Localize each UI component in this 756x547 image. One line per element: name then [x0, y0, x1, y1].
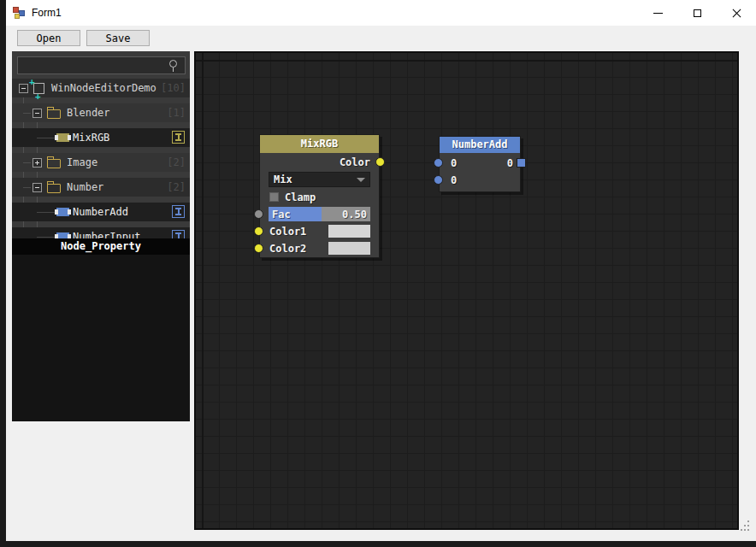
search-icon	[169, 60, 177, 68]
checkbox-label: Clamp	[285, 191, 316, 203]
input2-value: 0	[451, 174, 457, 186]
node-editor-canvas[interactable]: MixRGB Color Mix Clamp Fac	[194, 51, 739, 530]
app-window: Form1 Open Save WinNodeEditorDemo	[6, 0, 756, 541]
tree-item-label: MixRGB	[73, 132, 109, 144]
toolbar: Open Save	[6, 26, 756, 51]
node-tree: WinNodeEditorDemo [10] Blender [1] MixRG…	[12, 79, 190, 238]
output-value: 0	[507, 157, 513, 169]
fac-slider[interactable]: Fac 0.50	[269, 207, 370, 221]
selection-square-icon	[33, 83, 44, 94]
tree-item-number[interactable]: Number [2]	[12, 178, 190, 197]
folder-icon	[47, 184, 61, 193]
tree-item-label: WinNodeEditorDemo	[51, 82, 157, 94]
tree-item-label: NumberAdd	[73, 206, 128, 218]
tree-item-count: [2]	[167, 156, 186, 168]
search-input[interactable]	[20, 58, 165, 73]
app-icon	[12, 6, 26, 20]
tree-item-label: NumberInput	[73, 231, 140, 238]
fac-input-socket[interactable]	[254, 209, 263, 219]
collapse-icon[interactable]	[32, 183, 42, 192]
fac-value: 0.50	[342, 209, 367, 221]
tree-item-image[interactable]: Image [2]	[12, 153, 190, 172]
collapse-icon[interactable]	[32, 109, 42, 118]
close-button[interactable]	[717, 0, 756, 26]
tree-item-count: [10]	[161, 82, 186, 94]
color1-input-socket[interactable]	[254, 226, 263, 236]
tree-item-label: Image	[67, 156, 97, 168]
close-icon	[732, 9, 741, 18]
canvas-origin-line-vertical	[202, 53, 204, 528]
property-panel-body	[12, 255, 190, 421]
fac-slider-track: 0.50	[322, 207, 370, 221]
minimize-button[interactable]	[638, 0, 677, 26]
maximize-button[interactable]	[677, 0, 717, 26]
folder-icon	[47, 159, 61, 168]
sidebar: WinNodeEditorDemo [10] Blender [1] MixRG…	[12, 51, 190, 421]
tree-item-numberinput[interactable]: NumberInput	[12, 227, 190, 238]
tree-item-label: Number	[67, 181, 103, 193]
window-title: Form1	[32, 7, 62, 19]
blend-mode-dropdown[interactable]: Mix	[269, 172, 370, 187]
color-output-socket[interactable]	[375, 157, 385, 167]
node-body: Color Mix Clamp Fac 0.50	[260, 153, 379, 257]
tree-item-count: [1]	[167, 107, 186, 119]
color2-swatch[interactable]	[328, 242, 370, 255]
tree-item-label: Blender	[67, 107, 110, 119]
tree-item-blender[interactable]: Blender [1]	[12, 103, 190, 122]
canvas-origin-line-horizontal	[196, 60, 737, 62]
dropdown-value: Mix	[274, 174, 292, 185]
node-mixrgb[interactable]: MixRGB Color Mix Clamp Fac	[259, 134, 380, 258]
node-type-badge-icon	[172, 131, 185, 144]
tree-item-count: [2]	[167, 181, 186, 193]
color2-input-socket[interactable]	[254, 244, 263, 253]
node-body: 0 0 0	[440, 153, 520, 191]
node-header[interactable]: NumberAdd	[440, 137, 520, 153]
node-icon	[56, 208, 69, 216]
input1-value: 0	[451, 157, 457, 169]
node-icon	[56, 232, 69, 238]
node-type-badge-icon	[172, 205, 185, 218]
search-box	[17, 56, 186, 74]
chevron-down-icon	[357, 178, 365, 182]
clamp-checkbox[interactable]	[269, 192, 279, 202]
minimize-icon	[653, 13, 663, 14]
node-icon	[56, 133, 69, 142]
expand-icon[interactable]	[32, 158, 42, 168]
open-button[interactable]: Open	[17, 30, 80, 46]
maximize-icon	[694, 9, 701, 17]
node-tree-panel: WinNodeEditorDemo [10] Blender [1] MixRG…	[12, 51, 190, 238]
node-numberadd[interactable]: NumberAdd 0 0 0	[439, 136, 521, 192]
tree-item-numberadd[interactable]: NumberAdd	[12, 203, 190, 221]
resize-grip[interactable]	[741, 521, 753, 532]
number-input2-socket[interactable]	[434, 175, 443, 185]
color1-label: Color1	[269, 226, 306, 238]
fac-label: Fac	[272, 209, 291, 221]
node-type-badge-icon	[172, 230, 185, 238]
node-header[interactable]: MixRGB	[260, 135, 379, 153]
collapse-icon[interactable]	[19, 84, 28, 93]
color1-swatch[interactable]	[328, 225, 370, 238]
output-label: Color	[340, 156, 370, 168]
window-controls	[638, 0, 756, 26]
number-output-socket[interactable]	[517, 158, 526, 168]
folder-icon	[47, 109, 61, 119]
titlebar: Form1	[6, 0, 756, 26]
save-button[interactable]: Save	[86, 30, 150, 46]
tree-item-mixrgb[interactable]: MixRGB	[12, 128, 190, 147]
property-panel-header: Node_Property	[12, 238, 190, 255]
color2-label: Color2	[269, 243, 306, 255]
tree-item-winnodeeditordemo[interactable]: WinNodeEditorDemo [10]	[12, 79, 190, 97]
fac-slider-fill: Fac	[269, 207, 322, 221]
number-input1-socket[interactable]	[434, 158, 443, 168]
